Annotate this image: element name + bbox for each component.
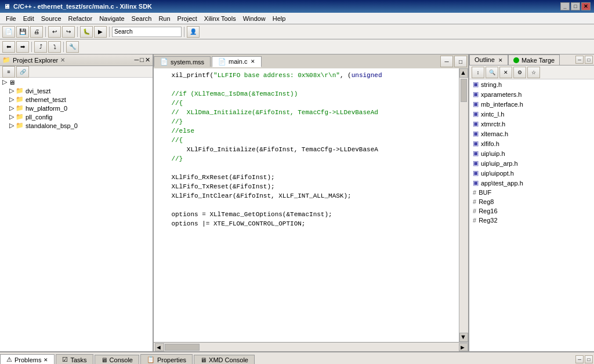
- tb2-btn3[interactable]: ⤴: [34, 41, 47, 53]
- close-panel-icon[interactable]: ✕: [145, 56, 150, 64]
- outline-tb4[interactable]: ⚙: [513, 67, 526, 78]
- tree-root: ▷ 🖥: [0, 78, 153, 86]
- scrollbar-h-thumb[interactable]: [165, 344, 200, 351]
- tab-main-c[interactable]: 📄 main.c ✕: [212, 56, 262, 67]
- redo-button[interactable]: ↪: [62, 26, 75, 38]
- scrollbar-left[interactable]: ◄: [155, 343, 164, 351]
- tab-outline[interactable]: Outline ✕: [469, 54, 508, 65]
- close-button[interactable]: ✕: [581, 2, 591, 10]
- outline-close[interactable]: ✕: [498, 57, 503, 63]
- outline-item[interactable]: ▣app\test_app.h: [469, 178, 594, 188]
- editor-scrollbar-v[interactable]: ▲ ▼: [459, 68, 468, 342]
- minimize-right[interactable]: ─: [575, 56, 584, 64]
- outline-tb1[interactable]: ↕: [472, 67, 484, 78]
- outline-item[interactable]: ▣xparameters.h: [469, 89, 594, 99]
- minimize-button[interactable]: _: [560, 2, 570, 10]
- outline-item-label: uip\uip_arp.h: [481, 160, 518, 167]
- outline-item[interactable]: #BUF: [469, 188, 594, 197]
- menu-item-search[interactable]: Search: [128, 14, 155, 23]
- menu-item-window[interactable]: Window: [240, 14, 269, 23]
- maximize-editor[interactable]: □: [454, 56, 467, 67]
- maximize-panel-icon[interactable]: □: [140, 56, 144, 64]
- tree-item-pll[interactable]: ▷ 📁 pll_config: [0, 112, 153, 121]
- maximize-right[interactable]: □: [585, 56, 593, 64]
- tab-tasks[interactable]: ☑ Tasks: [56, 354, 93, 364]
- tree-item-bsp[interactable]: ▷ 📁 standalone_bsp_0: [0, 121, 153, 130]
- tab-properties[interactable]: 📋 Properties: [140, 354, 193, 364]
- code-editor[interactable]: xil_printf("LLFIFO base address: 0x%08x\…: [154, 68, 459, 342]
- maximize-bottom[interactable]: □: [585, 355, 593, 363]
- code-line-5: // XLlDma_Initialize(&FifoInst, TemacCfg…: [156, 108, 457, 117]
- outline-item[interactable]: #Reg16: [469, 206, 594, 216]
- tab-system-mss[interactable]: 📄 system.mss: [154, 56, 211, 67]
- project-explorer-icon: 📁: [2, 56, 10, 64]
- outline-item[interactable]: ▣mb_interface.h: [469, 99, 594, 109]
- scrollbar-down[interactable]: ▼: [459, 333, 468, 342]
- maximize-button[interactable]: □: [571, 2, 580, 10]
- toolbar2: ⬅ ➡ ⤴ ⤵ 🔧: [0, 39, 594, 54]
- outline-item[interactable]: ▣string.h: [469, 79, 594, 89]
- outline-item[interactable]: #Reg8: [469, 197, 594, 206]
- tab-xmd-console[interactable]: 🖥 XMD Console: [194, 355, 255, 364]
- minimize-panel-icon[interactable]: ─: [135, 56, 139, 64]
- outline-tb2[interactable]: 🔍: [486, 67, 498, 78]
- problems-close[interactable]: ✕: [44, 357, 48, 363]
- menu-item-xilinx tools[interactable]: Xilinx Tools: [201, 14, 240, 23]
- scrollbar-right[interactable]: ►: [459, 343, 468, 351]
- properties-icon: 📋: [147, 356, 155, 363]
- tb2-btn4[interactable]: ⤵: [48, 41, 61, 53]
- outline-item[interactable]: #Reg32: [469, 216, 594, 225]
- outline-item-label: BUF: [479, 189, 491, 196]
- tree-item-hw[interactable]: ▷ 📁 hw_platform_0: [0, 104, 153, 112]
- collapse-all-button[interactable]: ≡: [2, 66, 15, 78]
- outline-item[interactable]: ▣uip\uip_arp.h: [469, 158, 594, 168]
- menu-item-project[interactable]: Project: [174, 14, 201, 23]
- tree-area: ▷ 🖥 ▷ 📁 dvi_teszt ▷ 📁 ethernet_teszt ▷ 📁…: [0, 78, 153, 351]
- outline-item[interactable]: ▣xintc_l.h: [469, 109, 594, 119]
- properties-label: Properties: [157, 356, 186, 363]
- window-title: C/C++ - ethernet_teszt/src/main.c - Xili…: [13, 3, 152, 10]
- tb2-btn5[interactable]: 🔧: [66, 41, 79, 53]
- search-box[interactable]: Search: [112, 27, 182, 37]
- new-button[interactable]: 📄: [2, 26, 15, 38]
- make-target-label: Make Targe: [521, 57, 555, 64]
- tab-problems[interactable]: ⚠ Problems ✕: [0, 354, 55, 364]
- code-line-7: //else: [156, 126, 457, 136]
- bottom-tabs: ⚠ Problems ✕ ☑ Tasks 🖥 Console 📋 Propert…: [0, 352, 594, 364]
- menu-item-edit[interactable]: Edit: [20, 14, 38, 23]
- scrollbar-thumb[interactable]: [461, 79, 467, 102]
- minimize-editor[interactable]: ─: [440, 56, 453, 67]
- undo-button[interactable]: ↩: [48, 26, 61, 38]
- scrollbar-up[interactable]: ▲: [459, 68, 468, 78]
- hash-icon: #: [473, 198, 476, 205]
- tree-item-dvi[interactable]: ▷ 📁 dvi_teszt: [0, 86, 153, 95]
- print-button[interactable]: 🖨: [30, 26, 43, 38]
- link-editor-button[interactable]: 🔗: [16, 66, 29, 78]
- editor-scrollbar-h[interactable]: ◄ ►: [154, 342, 468, 351]
- tb2-btn1[interactable]: ⬅: [2, 41, 15, 53]
- tab-console[interactable]: 🖥 Console: [95, 355, 139, 364]
- tab-make-target[interactable]: Make Targe: [508, 54, 560, 65]
- menu-item-run[interactable]: Run: [155, 14, 173, 23]
- profile-button[interactable]: 👤: [187, 26, 200, 38]
- outline-item[interactable]: ▣uip\uipopt.h: [469, 168, 594, 178]
- outline-item[interactable]: ▣uip\uip.h: [469, 148, 594, 158]
- tb2-btn2[interactable]: ➡: [16, 41, 29, 53]
- outline-tb3[interactable]: ✕: [499, 67, 512, 78]
- run-button[interactable]: ▶: [94, 26, 107, 38]
- minimize-bottom[interactable]: ─: [575, 355, 584, 363]
- menu-item-source[interactable]: Source: [38, 14, 65, 23]
- save-button[interactable]: 💾: [16, 26, 29, 38]
- main-c-close[interactable]: ✕: [251, 59, 255, 64]
- menu-item-file[interactable]: File: [2, 14, 20, 23]
- outline-item[interactable]: ▣xtmrctr.h: [469, 119, 594, 129]
- tree-item-ethernet[interactable]: ▷ 📁 ethernet_teszt: [0, 95, 153, 104]
- outline-tb5[interactable]: ☆: [527, 67, 540, 78]
- menu-item-help[interactable]: Help: [269, 14, 289, 23]
- menu-item-refactor[interactable]: Refactor: [65, 14, 96, 23]
- menu-item-navigate[interactable]: Navigate: [96, 14, 128, 23]
- outline-item[interactable]: ▣xltemac.h: [469, 129, 594, 139]
- debug-button[interactable]: 🐛: [80, 26, 93, 38]
- hw-icon: 📁: [16, 104, 24, 112]
- outline-item[interactable]: ▣xlfifo.h: [469, 139, 594, 148]
